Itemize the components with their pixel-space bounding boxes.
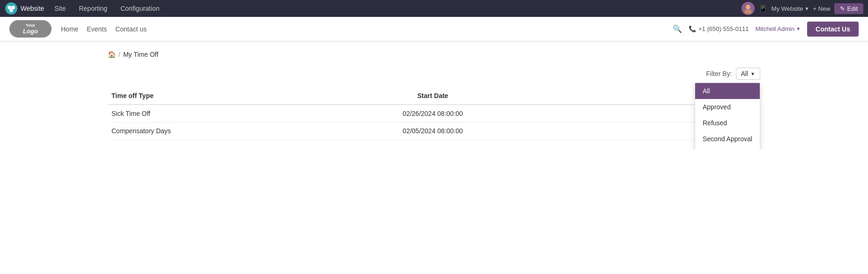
filter-option-to-approve[interactable]: To Approve [695, 147, 760, 149]
breadcrumb-separator: / [119, 51, 120, 58]
filter-option-approved[interactable]: Approved [695, 99, 760, 115]
edit-label: Edit [847, 5, 858, 12]
filter-current-value: All [741, 70, 749, 77]
breadcrumb: 🏠 / My Time Off [108, 51, 760, 58]
svg-point-5 [744, 9, 752, 14]
edit-button[interactable]: ✎ Edit [834, 3, 863, 14]
user-chevron: ▼ [796, 26, 801, 31]
nav-contact-us[interactable]: Contact us [115, 25, 147, 33]
site-logo[interactable]: Your Logo [9, 20, 52, 38]
brand-label[interactable]: Website [21, 5, 44, 12]
logo-line2: Logo [16, 28, 45, 35]
site-nav-links: Home Events Contact us [61, 25, 147, 33]
cell-type: Compensatory Days [108, 122, 324, 140]
breadcrumb-current: My Time Off [123, 51, 158, 58]
table-body: Sick Time Off 02/26/2024 08:00:00 02/28/… [108, 105, 760, 140]
filter-bar: Filter By: All ▼ [108, 68, 760, 80]
table-row: Compensatory Days 02/05/2024 08:00:00 02… [108, 122, 760, 140]
svg-point-4 [746, 5, 750, 9]
my-website-label: My Website [772, 5, 803, 12]
time-off-table: Time off Type Start Date End Date Sick T… [108, 87, 760, 140]
my-website-chevron: ▼ [804, 6, 809, 11]
filter-dropdown-menu: All Approved Refused Second Approval To … [695, 83, 760, 149]
filter-dropdown-button[interactable]: All ▼ [736, 68, 760, 80]
phone-info: 📞 +1 (650) 555-0111 [689, 25, 749, 32]
filter-option-second-approval[interactable]: Second Approval [695, 131, 760, 147]
col-header-type: Time off Type [108, 87, 324, 105]
phone-icon: 📞 [689, 25, 696, 32]
topnav-right: 📱 My Website ▼ + New ✎ Edit [742, 2, 863, 15]
filter-label: Filter By: [706, 70, 732, 77]
avatar[interactable] [742, 2, 755, 15]
cell-start: 02/26/2024 08:00:00 [324, 105, 542, 122]
logo-line1: Your [16, 23, 45, 28]
my-website-dropdown[interactable]: My Website ▼ [772, 5, 809, 12]
website-navbar: Your Logo Home Events Contact us 🔍 📞 +1 … [0, 17, 868, 41]
mobile-icon[interactable]: 📱 [758, 4, 768, 13]
contact-us-button[interactable]: Contact Us [807, 22, 859, 37]
filter-option-all[interactable]: All [695, 83, 760, 99]
nav-home[interactable]: Home [61, 25, 78, 33]
table-row: Sick Time Off 02/26/2024 08:00:00 02/28/… [108, 105, 760, 122]
cell-start: 02/05/2024 08:00:00 [324, 122, 542, 140]
nav-events[interactable]: Events [87, 25, 107, 33]
cell-type: Sick Time Off [108, 105, 324, 122]
main-content: 🏠 / My Time Off Filter By: All ▼ Time of… [0, 41, 868, 149]
new-button[interactable]: + New [813, 5, 830, 12]
svg-point-3 [9, 8, 13, 12]
phone-number: +1 (650) 555-0111 [698, 25, 749, 32]
user-dropdown[interactable]: Mitchell Admin ▼ [755, 25, 801, 32]
col-header-start: Start Date [324, 87, 542, 105]
new-label: + New [813, 5, 830, 12]
search-icon[interactable]: 🔍 [673, 24, 682, 33]
brand-logo[interactable]: Website [5, 2, 44, 15]
odoo-icon [5, 2, 18, 15]
home-icon[interactable]: 🏠 [108, 51, 116, 58]
nav-reporting[interactable]: Reporting [76, 3, 110, 14]
user-avatar-icon [743, 3, 753, 14]
filter-chevron-icon: ▼ [750, 71, 755, 76]
nav-configuration[interactable]: Configuration [118, 3, 162, 14]
nav-site[interactable]: Site [52, 3, 68, 14]
table-header: Time off Type Start Date End Date [108, 87, 760, 105]
website-nav-right: 🔍 📞 +1 (650) 555-0111 Mitchell Admin ▼ C… [673, 22, 859, 37]
edit-pencil-icon: ✎ [840, 5, 845, 12]
top-navbar: Website Site Reporting Configuration 📱 M… [0, 0, 868, 17]
filter-option-refused[interactable]: Refused [695, 115, 760, 131]
user-name: Mitchell Admin [755, 25, 794, 32]
